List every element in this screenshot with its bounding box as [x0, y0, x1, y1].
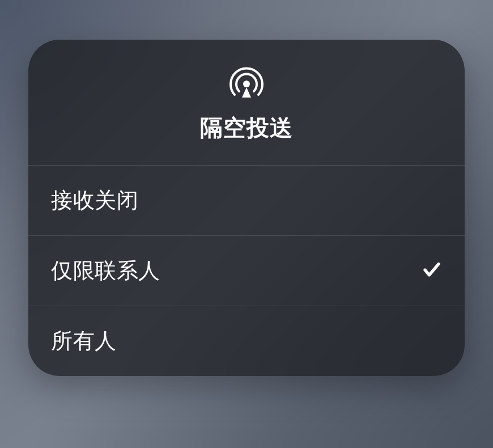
airdrop-icon: [228, 64, 265, 100]
panel-header: 隔空投送: [28, 40, 465, 166]
option-label: 仅限联系人: [51, 256, 160, 285]
option-receiving-off[interactable]: 接收关闭: [28, 166, 465, 236]
option-label: 接收关闭: [51, 186, 138, 215]
option-everyone[interactable]: 所有人: [28, 306, 465, 376]
svg-point-0: [243, 81, 250, 87]
option-contacts-only[interactable]: 仅限联系人: [28, 236, 465, 306]
option-list: 接收关闭 仅限联系人 所有人: [28, 166, 465, 376]
panel-title: 隔空投送: [200, 112, 293, 143]
airdrop-panel: 隔空投送 接收关闭 仅限联系人 所有人: [28, 40, 465, 376]
checkmark-icon: [422, 260, 442, 282]
option-label: 所有人: [51, 327, 117, 356]
